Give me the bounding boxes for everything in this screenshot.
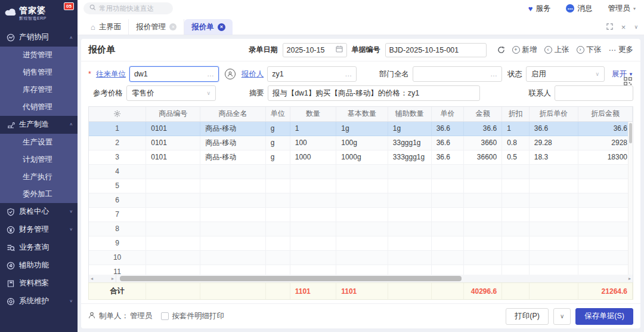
partner-field[interactable]: … — [129, 66, 219, 82]
sidebar-section-qc[interactable]: 质检中心∨ — [0, 203, 78, 221]
cell[interactable] — [464, 207, 502, 222]
cell[interactable]: 3660 — [464, 136, 502, 150]
cell[interactable] — [265, 164, 290, 179]
col-header-amount[interactable]: 金额 — [464, 107, 502, 121]
ellipsis-icon[interactable]: … — [490, 70, 497, 78]
cell[interactable] — [200, 207, 265, 222]
cell[interactable]: 1000g — [336, 150, 388, 164]
scroll-left-icon[interactable]: ◂ — [91, 276, 93, 281]
cell[interactable] — [578, 265, 632, 275]
quoter-input[interactable] — [272, 70, 342, 78]
col-header-base-quantity[interactable]: 基本数量 — [336, 107, 388, 121]
cell[interactable] — [146, 164, 200, 179]
table-row[interactable]: 10101商品-移动g11g1g36.636.6136.636.6 — [89, 121, 633, 136]
sidebar-item-prod-exec[interactable]: 生产执行 — [0, 168, 78, 186]
cell[interactable] — [290, 207, 336, 222]
tab-home[interactable]: ⌂ 主界面 — [83, 19, 129, 35]
brand-logo[interactable]: 管家婆 辉煌智造ERP 05 — [0, 0, 78, 25]
ellipsis-icon[interactable]: … — [207, 70, 214, 78]
cell[interactable] — [431, 236, 464, 250]
cell[interactable] — [200, 179, 265, 193]
cell[interactable] — [290, 250, 336, 265]
date-field[interactable] — [283, 43, 347, 57]
row-number[interactable]: 3 — [89, 150, 146, 164]
cell[interactable]: 1 — [502, 121, 530, 136]
cell[interactable]: 0101 — [146, 136, 200, 150]
cell[interactable]: 36.6 — [431, 121, 464, 136]
cell[interactable] — [388, 164, 431, 179]
cell[interactable] — [336, 236, 388, 250]
sidebar-item-inventory[interactable]: 库存管理 — [0, 81, 78, 99]
save-button[interactable]: 保存单据(S) — [575, 308, 633, 325]
cell[interactable] — [336, 193, 388, 207]
sidebar-section-collab[interactable]: 产销协同∧ — [0, 29, 78, 47]
cell[interactable] — [578, 250, 632, 265]
cell[interactable] — [388, 193, 431, 207]
col-header-product-name[interactable]: 商品全名 — [200, 107, 265, 121]
row-number[interactable]: 8 — [89, 222, 146, 236]
cell[interactable] — [336, 179, 388, 193]
number-input[interactable] — [389, 46, 482, 54]
cell[interactable] — [464, 222, 502, 236]
cell[interactable] — [388, 207, 431, 222]
cell[interactable]: 29.28 — [529, 136, 578, 150]
cell[interactable] — [388, 222, 431, 236]
partner-input[interactable] — [134, 70, 205, 78]
tab-quote-mgmt[interactable]: 报价管理 × — [129, 19, 184, 35]
cell[interactable] — [529, 222, 578, 236]
sidebar-section-assist[interactable]: 辅助功能 — [0, 257, 78, 275]
calendar-icon[interactable] — [336, 45, 343, 54]
close-icon[interactable]: × — [218, 23, 225, 31]
maximize-icon[interactable] — [606, 23, 613, 31]
table-row[interactable]: 8 — [89, 222, 633, 236]
cell[interactable] — [388, 179, 431, 193]
table-row[interactable]: 30101商品-移动g10001000g333ggg1g36.6366000.5… — [89, 150, 633, 164]
cell[interactable] — [265, 207, 290, 222]
col-header-quantity[interactable]: 数量 — [290, 107, 336, 121]
table-row[interactable]: 7 — [89, 207, 633, 222]
cell[interactable] — [388, 250, 431, 265]
sidebar-item-prod-setup[interactable]: 生产设置 — [0, 134, 78, 151]
sidebar-item-sales[interactable]: 销售管理 — [0, 64, 78, 81]
cell[interactable] — [146, 236, 200, 250]
cell[interactable] — [336, 222, 388, 236]
col-header-aux-quantity[interactable]: 辅助数量 — [388, 107, 431, 121]
cell[interactable]: 100 — [290, 136, 336, 150]
cell[interactable] — [200, 222, 265, 236]
cell[interactable]: 1g — [336, 121, 388, 136]
cell[interactable] — [431, 179, 464, 193]
cell[interactable] — [502, 236, 530, 250]
quoter-field[interactable]: … — [267, 66, 357, 82]
row-number[interactable]: 2 — [89, 136, 146, 150]
cell[interactable] — [464, 265, 502, 275]
cell[interactable] — [146, 179, 200, 193]
barcode-scan-icon[interactable] — [624, 77, 632, 87]
cell[interactable] — [265, 250, 290, 265]
cell[interactable] — [529, 265, 578, 275]
cell[interactable]: 0101 — [146, 121, 200, 136]
cell[interactable] — [502, 164, 530, 179]
row-number[interactable]: 6 — [89, 193, 146, 207]
cell[interactable]: 33ggg1g — [388, 136, 431, 150]
cell[interactable] — [578, 179, 632, 193]
cell[interactable]: 100g — [336, 136, 388, 150]
sidebar-section-query[interactable]: 业务查询 — [0, 239, 78, 257]
cell[interactable] — [578, 164, 632, 179]
close-icon[interactable]: × — [169, 23, 177, 30]
row-number[interactable]: 4 — [89, 164, 146, 179]
cell[interactable] — [388, 236, 431, 250]
cell[interactable] — [265, 236, 290, 250]
user-menu[interactable]: 管理员 ▾ — [608, 4, 636, 14]
table-row[interactable]: 6 — [89, 193, 633, 207]
prev-button[interactable]: ‹ 上张 — [544, 45, 569, 55]
cell[interactable] — [529, 236, 578, 250]
cell[interactable] — [290, 236, 336, 250]
col-header-discounted-amount[interactable]: 折后金额 — [578, 107, 632, 121]
row-number[interactable]: 1 — [89, 121, 146, 136]
cell[interactable] — [200, 193, 265, 207]
row-number[interactable]: 11 — [89, 265, 146, 275]
cell[interactable] — [529, 193, 578, 207]
summary-field[interactable] — [268, 85, 480, 101]
cell[interactable] — [578, 207, 632, 222]
column-config-button[interactable] — [89, 107, 146, 121]
